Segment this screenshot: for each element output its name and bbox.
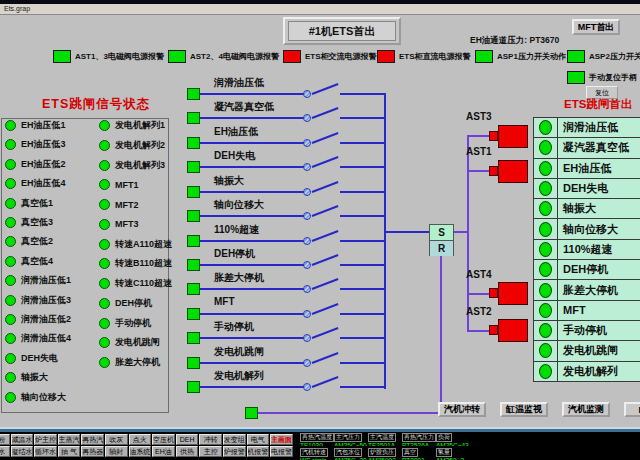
taskbar-button[interactable]: 给水 [0, 446, 10, 457]
first-out-lamp [539, 283, 552, 298]
first-out-row: 发电机跳闸 [533, 340, 640, 361]
first-out-row: EH油压低 [533, 158, 640, 179]
first-out-lamp-cell [533, 178, 558, 199]
readout-value: AM25C~50 [334, 442, 367, 446]
ast1-label: AST1 [466, 146, 492, 157]
taskbar-button[interactable]: 抽 气 [58, 446, 81, 457]
taskbar-button[interactable]: 主蒸汽 [58, 434, 81, 445]
first-out-lamp [539, 222, 552, 237]
taskbar-button[interactable]: DEH [176, 434, 199, 445]
taskbar-button[interactable]: 主控 [199, 446, 222, 457]
collector-bus-wire [384, 93, 386, 389]
contact-terminal-icon [303, 310, 311, 318]
taskbar-button[interactable]: 吹灰 [105, 434, 128, 445]
signal-lamp-square [187, 332, 200, 344]
legend-label: ASP1压力开关动作 [497, 51, 566, 62]
taskbar-button[interactable]: 炉报警 [223, 446, 246, 457]
status-lamp [5, 333, 16, 344]
readout-label: 负荷 [436, 433, 452, 442]
window-titlebar[interactable]: Ets.grap [0, 4, 640, 15]
signal-wire [340, 386, 386, 388]
nav-button[interactable]: 汽机冲转 [438, 402, 486, 417]
contact-terminal-icon [303, 90, 311, 98]
first-out-row: 轴振大 [533, 198, 640, 219]
status-row: 真空低4 [5, 255, 53, 268]
first-out-lamp [539, 343, 552, 358]
status-label: EH油压低3 [21, 138, 66, 151]
nav-buttons: 汽机冲转 缸温监视 汽机监测 DEH [438, 402, 640, 417]
open-contact-icon [312, 83, 339, 95]
taskbar-button[interactable]: 凝结水 [11, 446, 34, 457]
status-label: 发电机解列1 [115, 119, 165, 132]
ets-firstout-button[interactable]: #1机ETS首出 [283, 17, 401, 45]
first-out-lamp-cell [533, 361, 558, 382]
status-label: EH油压低2 [21, 158, 66, 171]
status-lamp [5, 392, 16, 403]
status-label: MFT2 [115, 200, 139, 210]
signal-wire [200, 117, 304, 119]
taskbar-button[interactable]: 冲转 [199, 434, 222, 445]
taskbar-button[interactable]: 电气 [247, 434, 270, 445]
taskbar-button[interactable]: 再热汽 [81, 434, 104, 445]
signal-wire [340, 288, 386, 290]
valve-branch-wire [469, 170, 490, 172]
signal-label: 凝汽器真空低 [214, 100, 274, 114]
taskbar-button[interactable]: 炉主控 [34, 434, 57, 445]
nav-button[interactable]: DEH [624, 402, 640, 417]
window-title: Ets.grap [4, 5, 30, 12]
sr-flipflop: S R [429, 224, 454, 256]
first-out-label: 发电机跳闸 [558, 340, 640, 361]
contact-terminal-icon [303, 334, 311, 342]
nav-button[interactable]: 汽机监测 [562, 402, 610, 417]
manual-reset-lamp: 手动复位手柄 [567, 71, 637, 84]
readout-cell: 主汽压力 AM25C~50 [334, 433, 368, 446]
legend-item: AST1、3电磁阀电源报警 [53, 50, 164, 63]
status-label: 真空低4 [21, 255, 53, 268]
status-lamp-square [567, 50, 585, 63]
mft-firstout-button[interactable]: MFT首出 [572, 19, 620, 35]
taskbar-button[interactable]: 循环水 [34, 446, 57, 457]
taskbar-row-2: 给水 凝结水 循环水 抽 气 再热器 轴封 油系统 EH油 供热 主控 炉报警 [0, 446, 293, 457]
status-lamp-square [475, 50, 493, 63]
contact-terminal-icon [303, 383, 311, 391]
contact-terminal-icon [303, 114, 311, 122]
sr-set-cell: S [430, 225, 453, 241]
taskbar-button[interactable]: 供热 [176, 446, 199, 457]
first-out-row: 轴向位移大 [533, 218, 640, 239]
ets-hmi-screen: Ets.grap #1机ETS首出 MFT首出 EH油通道压力: PT3670 … [0, 0, 640, 460]
open-contact-icon [312, 181, 339, 193]
readout-cell: 汽包水位 AM25C~30 [334, 448, 368, 460]
status-label: 转速A110超速 [115, 238, 172, 251]
taskbar-button[interactable]: 减温水 [11, 434, 34, 445]
first-out-label: DEH停机 [558, 259, 640, 280]
readout-label: 真空 [402, 448, 418, 457]
first-out-lamp-cell [533, 340, 558, 361]
taskbar-button[interactable]: 主画面 [270, 434, 293, 445]
taskbar-button[interactable]: 再热器 [81, 446, 104, 457]
first-out-lamp [539, 303, 552, 318]
first-out-lamp-cell [533, 239, 558, 260]
taskbar-button[interactable]: 电报警 [270, 446, 293, 457]
status-row: 发电机解列1 [99, 119, 165, 132]
taskbar-button[interactable]: EH油 [152, 446, 175, 457]
taskbar-button[interactable]: 空压机 [152, 434, 175, 445]
status-label: 真空低2 [21, 235, 53, 248]
taskbar-button[interactable]: 发变组 [223, 434, 246, 445]
valve-block [498, 125, 528, 148]
status-lamp [99, 199, 110, 210]
taskbar-button[interactable]: 制粉 [0, 434, 10, 445]
first-out-lamp [539, 161, 552, 176]
taskbar-button[interactable]: 油系统 [129, 446, 152, 457]
status-lamp [5, 236, 16, 247]
first-out-title: ETS跳闸首出 [564, 97, 632, 112]
first-out-label: MFT [558, 300, 640, 321]
readout-label: 汽机转速 [300, 448, 328, 457]
readout-cell: 氢量 AM250~2 [436, 448, 470, 460]
taskbar-button[interactable]: 轴封 [105, 446, 128, 457]
status-row: 转速C110超速 [99, 277, 172, 290]
taskbar-button[interactable]: 机报警 [247, 446, 270, 457]
taskbar-button[interactable]: 点火 [129, 434, 152, 445]
status-label: EH油压低1 [21, 119, 66, 132]
valve-connector [489, 288, 498, 298]
nav-button[interactable]: 缸温监视 [500, 402, 548, 417]
